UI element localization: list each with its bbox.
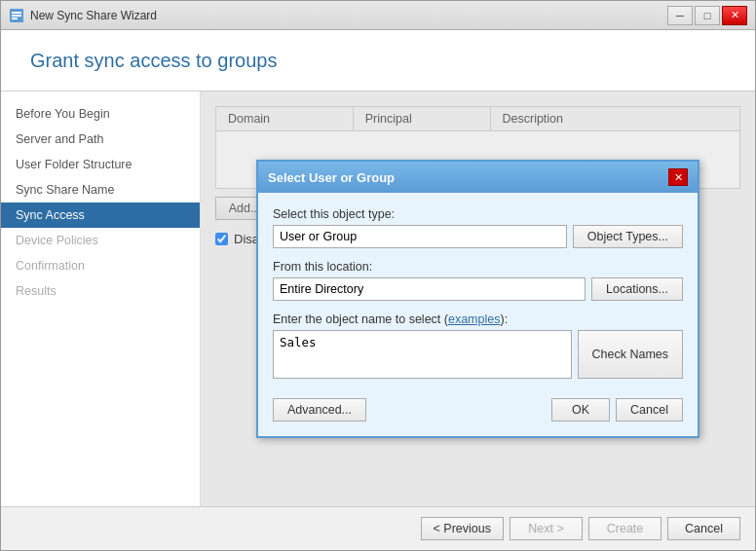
window-controls: ─ □ ✕	[667, 6, 747, 25]
close-button[interactable]: ✕	[722, 6, 747, 25]
sidebar-item-sync-access[interactable]: Sync Access	[1, 202, 200, 228]
location-row: Locations...	[273, 277, 683, 301]
sidebar-item-server-and-path[interactable]: Server and Path	[1, 127, 200, 152]
content-area: Grant sync access to groups Before You B…	[1, 30, 755, 550]
locations-button[interactable]: Locations...	[591, 277, 683, 301]
main-window: New Sync Share Wizard ─ □ ✕ Grant sync a…	[0, 0, 756, 551]
object-types-button[interactable]: Object Types...	[573, 225, 683, 248]
sidebar: Before You Begin Server and Path User Fo…	[1, 92, 201, 506]
sidebar-item-user-folder-structure[interactable]: User Folder Structure	[1, 152, 200, 177]
location-input[interactable]	[273, 277, 586, 301]
svg-rect-2	[12, 15, 21, 17]
sidebar-item-before-you-begin[interactable]: Before You Begin	[1, 101, 200, 127]
location-label: From this location:	[273, 260, 683, 274]
svg-rect-3	[12, 18, 18, 19]
sidebar-item-device-policies: Device Policies	[1, 228, 200, 253]
modal-cancel-button[interactable]: Cancel	[616, 398, 683, 422]
window-title: New Sync Share Wizard	[30, 9, 157, 22]
object-type-row: Object Types...	[273, 225, 683, 248]
modal-overlay: Select User or Group ✕ Select this objec…	[201, 92, 755, 506]
object-name-label: Enter the object name to select (example…	[273, 312, 683, 326]
object-name-input[interactable]: Sales	[273, 330, 572, 379]
next-button[interactable]: Next >	[510, 517, 583, 540]
cancel-button[interactable]: Cancel	[667, 517, 740, 540]
header-section: Grant sync access to groups	[1, 30, 755, 92]
content-panel: Domain Principal Description Add... Remo…	[201, 92, 755, 506]
page-title: Grant sync access to groups	[30, 50, 726, 72]
modal-title-bar: Select User or Group ✕	[258, 162, 698, 193]
create-button[interactable]: Create	[588, 517, 662, 540]
modal-footer: Advanced... OK Cancel	[273, 390, 683, 422]
sidebar-item-confirmation: Confirmation	[1, 253, 200, 278]
check-names-button[interactable]: Check Names	[578, 330, 684, 379]
title-bar-left: New Sync Share Wizard	[9, 8, 157, 23]
modal-body: Select this object type: Object Types...…	[258, 193, 698, 436]
examples-link[interactable]: examples	[448, 312, 501, 326]
footer: < Previous Next > Create Cancel	[1, 506, 755, 550]
modal-footer-right: OK Cancel	[551, 398, 683, 422]
ok-button[interactable]: OK	[551, 398, 610, 422]
previous-button[interactable]: < Previous	[421, 517, 504, 540]
minimize-button[interactable]: ─	[667, 6, 693, 25]
app-icon	[9, 8, 24, 23]
object-type-input[interactable]	[273, 225, 567, 248]
main-area: Before You Begin Server and Path User Fo…	[1, 92, 755, 506]
object-type-label: Select this object type:	[273, 207, 683, 221]
svg-rect-1	[12, 12, 21, 14]
sidebar-item-sync-share-name[interactable]: Sync Share Name	[1, 177, 200, 202]
modal-close-button[interactable]: ✕	[668, 168, 688, 186]
restore-button[interactable]: □	[695, 6, 720, 25]
object-name-row: Sales Check Names	[273, 330, 683, 379]
select-user-group-dialog: Select User or Group ✕ Select this objec…	[256, 160, 699, 438]
title-bar: New Sync Share Wizard ─ □ ✕	[1, 1, 755, 30]
modal-title: Select User or Group	[268, 170, 395, 185]
sidebar-item-results: Results	[1, 278, 200, 304]
advanced-button[interactable]: Advanced...	[273, 398, 366, 422]
